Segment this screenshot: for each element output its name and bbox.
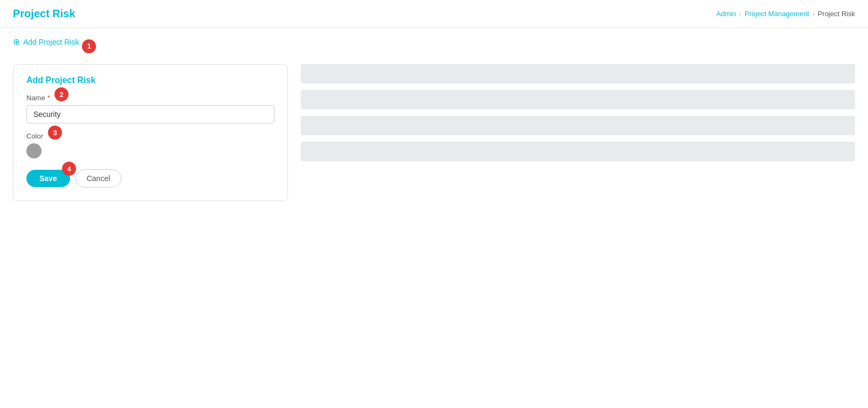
breadcrumb-sep-1: › xyxy=(739,11,741,17)
breadcrumb-project-management[interactable]: Project Management xyxy=(745,10,809,18)
step-badge-4: 4 xyxy=(62,162,76,176)
placeholder-row-2 xyxy=(301,90,855,109)
name-input[interactable] xyxy=(26,105,274,123)
step-badge-3: 3 xyxy=(48,126,62,140)
step-badge-1: 1 xyxy=(82,39,96,53)
main-content: ⊕ Add Project Risk 1 Add Project Risk Na… xyxy=(0,28,868,210)
name-label: Name * 2 xyxy=(26,94,274,102)
color-form-group: Color 3 xyxy=(26,132,274,158)
content-area: Add Project Risk Name * 2 Color 3 xyxy=(13,64,855,201)
add-project-risk-form: Add Project Risk Name * 2 Color 3 xyxy=(13,64,288,201)
page-title: Project Risk xyxy=(13,8,75,20)
breadcrumb-project-risk: Project Risk xyxy=(818,10,855,18)
breadcrumb: Admin › Project Management › Project Ris… xyxy=(716,10,855,18)
placeholder-row-1 xyxy=(301,64,855,84)
step-badge-2: 2 xyxy=(54,87,68,101)
add-project-risk-link[interactable]: ⊕ Add Project Risk xyxy=(13,37,79,47)
plus-icon: ⊕ xyxy=(13,37,20,47)
placeholder-row-3 xyxy=(301,116,855,135)
add-link-label: Add Project Risk xyxy=(23,38,79,46)
form-actions: Save Cancel 4 xyxy=(26,169,274,188)
color-label: Color 3 xyxy=(26,132,274,140)
name-form-group: Name * 2 xyxy=(26,94,274,123)
breadcrumb-admin[interactable]: Admin xyxy=(716,10,736,18)
form-title: Add Project Risk xyxy=(26,75,274,85)
color-swatch[interactable] xyxy=(26,143,42,158)
placeholder-row-4 xyxy=(301,142,855,161)
cancel-button[interactable]: Cancel xyxy=(75,169,122,188)
placeholder-list xyxy=(301,64,855,161)
header: Project Risk Admin › Project Management … xyxy=(0,0,868,28)
breadcrumb-sep-2: › xyxy=(812,11,815,17)
required-star: * xyxy=(47,94,50,102)
